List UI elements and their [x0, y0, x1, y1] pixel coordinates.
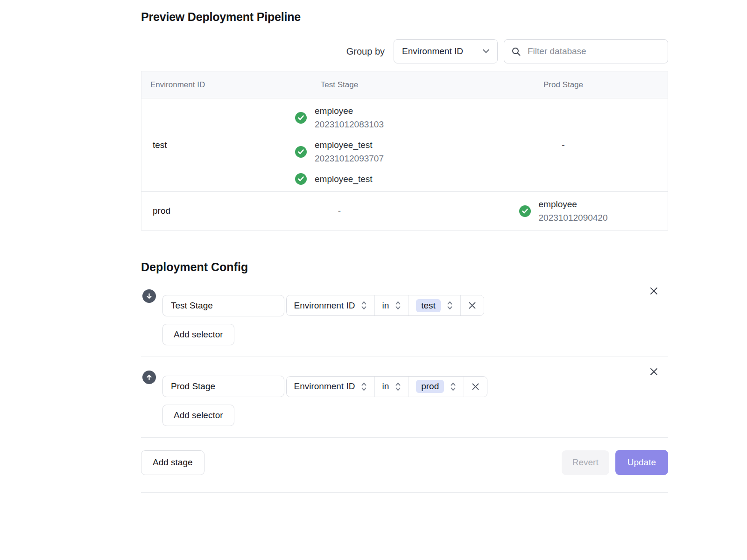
- search-icon: [511, 47, 521, 56]
- add-stage-button[interactable]: Add stage: [141, 450, 204, 475]
- database-item: employee 20231012090420: [519, 197, 608, 224]
- database-version: 20231012090420: [539, 211, 608, 224]
- filter-database-box: [504, 39, 668, 63]
- filter-database-input[interactable]: [527, 46, 661, 57]
- database-item: employee_test: [295, 172, 373, 186]
- column-header-prod-stage: Prod Stage: [459, 80, 668, 90]
- table-row: prod - employee 20231012090420: [141, 191, 668, 230]
- footer-actions: Add stage Revert Update: [141, 450, 668, 475]
- selector-operator-value: in: [382, 381, 389, 392]
- selector-value-chip: test: [416, 299, 441, 312]
- success-check-icon: [295, 173, 307, 185]
- database-name: employee_test: [315, 138, 384, 152]
- table-header: Environment ID Test Stage Prod Stage: [141, 71, 668, 98]
- group-by-select[interactable]: Environment ID: [394, 39, 498, 63]
- move-stage-down-button[interactable]: [142, 289, 156, 303]
- prod-stage-cell: employee 20231012090420: [459, 192, 668, 230]
- database-list: employee 20231012083103 employee_test 20…: [295, 104, 384, 186]
- selector-row: Environment ID in test: [286, 295, 484, 316]
- selector-value-dropdown[interactable]: test: [409, 295, 461, 315]
- database-name: employee: [539, 197, 608, 211]
- selector-key-value: Environment ID: [294, 381, 355, 392]
- main-content: Preview Deployment Pipeline Group by Env…: [141, 0, 668, 493]
- selector-operator-dropdown[interactable]: in: [375, 295, 409, 315]
- test-stage-cell: employee 20231012083103 employee_test 20…: [220, 98, 459, 191]
- remove-selector-button[interactable]: [461, 295, 484, 315]
- empty-stage-placeholder: -: [562, 140, 564, 150]
- database-list: employee 20231012090420: [519, 197, 608, 224]
- chevron-down-icon: [482, 49, 490, 54]
- arrow-down-icon: [146, 293, 153, 300]
- updown-chevrons-icon: [360, 382, 367, 392]
- empty-stage-placeholder: -: [338, 206, 341, 216]
- close-icon: [649, 287, 658, 295]
- update-button[interactable]: Update: [615, 450, 668, 475]
- database-item: employee_test 20231012093707: [295, 138, 384, 165]
- success-check-icon: [295, 112, 307, 124]
- success-check-icon: [295, 146, 307, 158]
- updown-chevrons-icon: [450, 382, 457, 392]
- table-row: test employee 20231012083103: [141, 98, 668, 191]
- remove-stage-button[interactable]: [648, 366, 659, 378]
- prod-stage-cell: -: [459, 98, 668, 191]
- test-stage-cell: -: [220, 192, 459, 230]
- move-stage-up-button[interactable]: [142, 371, 156, 384]
- bottom-divider: [141, 492, 668, 493]
- close-icon: [472, 383, 479, 391]
- deployment-config-title: Deployment Config: [141, 260, 668, 274]
- database-name: employee: [315, 104, 384, 118]
- arrow-up-icon: [146, 374, 153, 381]
- selector-key-dropdown[interactable]: Environment ID: [287, 377, 375, 397]
- stage-config-prod: Environment ID in prod: [141, 369, 668, 427]
- stage-name-input[interactable]: [162, 376, 284, 397]
- selector-operator-value: in: [382, 301, 389, 311]
- success-check-icon: [519, 205, 531, 217]
- remove-selector-button[interactable]: [464, 377, 487, 397]
- database-name: employee_test: [315, 172, 373, 186]
- environment-id-cell: prod: [141, 192, 220, 230]
- close-icon: [468, 301, 476, 309]
- pipeline-table: Environment ID Test Stage Prod Stage tes…: [141, 71, 668, 231]
- updown-chevrons-icon: [395, 382, 402, 392]
- database-version: 20231012083103: [315, 118, 384, 131]
- footer-divider: [141, 437, 668, 438]
- updown-chevrons-icon: [395, 301, 402, 310]
- stage-divider: [141, 357, 668, 357]
- environment-id-cell: test: [141, 98, 220, 191]
- remove-stage-button[interactable]: [648, 285, 659, 296]
- selector-value-chip: prod: [416, 380, 444, 393]
- table-controls: Group by Environment ID: [141, 39, 668, 63]
- group-by-value: Environment ID: [402, 46, 463, 56]
- selector-key-value: Environment ID: [294, 301, 355, 311]
- page-title: Preview Deployment Pipeline: [141, 0, 668, 24]
- add-selector-button[interactable]: Add selector: [162, 324, 234, 345]
- database-item: employee 20231012083103: [295, 104, 384, 131]
- updown-chevrons-icon: [446, 301, 453, 310]
- close-icon: [649, 367, 658, 376]
- stage-name-input[interactable]: [162, 295, 284, 316]
- selector-value-dropdown[interactable]: prod: [409, 377, 464, 397]
- selector-key-dropdown[interactable]: Environment ID: [287, 295, 375, 315]
- revert-button[interactable]: Revert: [562, 450, 609, 475]
- updown-chevrons-icon: [360, 301, 367, 310]
- stage-config-test: Environment ID in test: [141, 288, 668, 345]
- column-header-test-stage: Test Stage: [220, 80, 459, 90]
- add-selector-button[interactable]: Add selector: [162, 405, 234, 426]
- selector-operator-dropdown[interactable]: in: [375, 377, 409, 397]
- database-version: 20231012093707: [315, 152, 384, 165]
- column-header-environment-id: Environment ID: [141, 80, 220, 90]
- group-by-label: Group by: [346, 46, 385, 57]
- selector-row: Environment ID in prod: [286, 376, 487, 397]
